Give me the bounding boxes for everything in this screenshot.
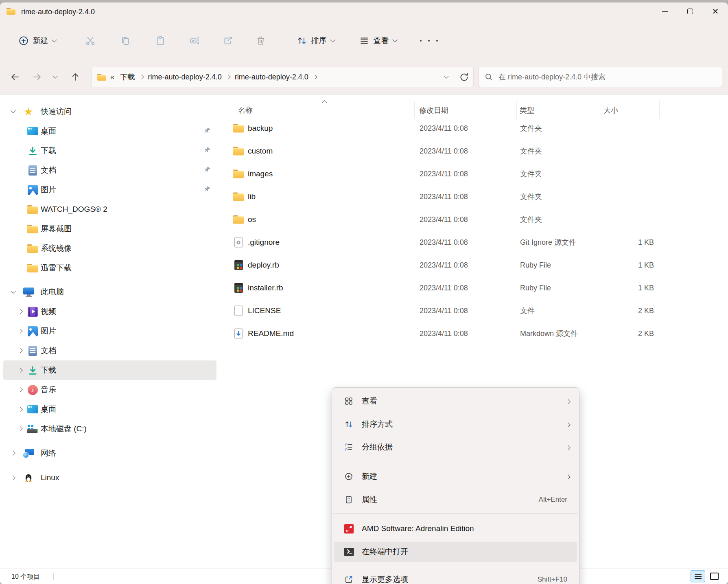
address-dropdown-button[interactable] [437,68,455,86]
sidebar-item-label: 文档 [41,165,56,176]
menu-item-view[interactable]: 查看 [334,391,577,411]
file-row-os[interactable]: os 2023/4/11 0:08 文件夹 [220,209,724,230]
column-header-date[interactable]: 修改日期 [419,105,448,115]
more-options-button[interactable] [418,29,439,53]
sidebar-item-quick-access[interactable]: ★ 快速访问 [3,102,216,121]
minimize-button[interactable] [652,2,678,20]
sidebar-item-downloads-pc[interactable]: 下载 [3,360,216,380]
menu-item-new[interactable]: 新建 [334,466,577,487]
cut-button[interactable] [77,29,103,53]
folder-icon [233,193,244,201]
desktop-icon [27,405,38,413]
menu-item-open-in-terminal[interactable]: 在终端中打开 [334,542,577,562]
delete-button[interactable] [248,29,274,53]
breadcrumb-chevron[interactable] [227,75,230,79]
chevron-down-icon [52,37,57,42]
breadcrumb-bar[interactable]: « 下载 rime-auto-deploy-2.4.0 rime-auto-de… [91,67,474,87]
paste-button[interactable] [147,29,173,53]
menu-item-show-more-options[interactable]: 显示更多选项 Shift+F10 [334,569,577,584]
file-row-license[interactable]: LICENSE 2023/4/11 0:08 文件 2 KB [220,300,724,321]
refresh-button[interactable] [455,68,473,86]
forward-button[interactable] [28,68,46,86]
terminal-icon [344,548,354,556]
chevron-right-icon [11,451,15,455]
file-row-deploy-rb[interactable]: deploy.rb 2023/4/11 0:08 Ruby File 1 KB [220,255,724,276]
close-button[interactable]: ✕ [703,2,728,20]
file-row-gitignore[interactable]: .gitignore 2023/4/11 0:08 Git Ignore 源文件… [220,232,724,253]
star-icon: ★ [21,106,36,117]
search-box[interactable] [479,67,722,87]
up-button[interactable] [66,68,84,86]
menu-item-sort-by[interactable]: 排序方式 [334,414,577,435]
sidebar-item-desktop-pc[interactable]: 桌面 [3,400,216,419]
sidebar-item-linux[interactable]: Linux [3,468,216,487]
sidebar-item-screenshots[interactable]: 屏幕截图 [3,219,216,239]
large-icons-view-button[interactable] [707,570,721,582]
sidebar-item-pictures-pc[interactable]: 图片 [3,321,216,341]
file-row-lib[interactable]: lib 2023/4/11 0:08 文件夹 [220,186,724,207]
column-divider[interactable] [659,101,660,119]
breadcrumb-folder-2[interactable]: rime-auto-deploy-2.4.0 [232,71,311,83]
column-divider[interactable] [601,101,601,119]
file-row-backup[interactable]: backup 2023/4/11 0:08 文件夹 [220,118,724,139]
sidebar-item-desktop[interactable]: 桌面 [3,121,216,141]
column-header-name[interactable]: 名称 [238,105,253,115]
sidebar-item-local-disk-c[interactable]: 本地磁盘 (C:) [3,419,216,439]
sidebar-item-documents[interactable]: 文档 [3,160,216,180]
menu-separator [333,567,578,567]
back-button[interactable] [6,68,24,86]
sidebar-item-label: 此电脑 [41,287,64,297]
menu-item-properties[interactable]: 属性 Alt+Enter [334,490,577,510]
file-row-images[interactable]: images 2023/4/11 0:08 文件夹 [220,163,724,184]
sidebar-item-music[interactable]: ♪ 音乐 [3,380,216,400]
sidebar-item-pictures[interactable]: 图片 [3,180,216,200]
maximize-button[interactable] [678,2,703,20]
file-row-installer-rb[interactable]: installer.rb 2023/4/11 0:08 Ruby File 1 … [220,277,724,299]
sidebar-item-this-pc[interactable]: 此电脑 [3,282,216,302]
search-input[interactable] [498,72,716,82]
sidebar-item-thunder-downloads[interactable]: 迅雷下载 [3,258,216,278]
folder-icon [233,170,244,178]
column-header-size[interactable]: 大小 [603,105,618,115]
sort-button[interactable]: 排序 [287,29,343,53]
up-arrow-icon [70,72,80,82]
items-count: 10 个项目 [11,573,40,581]
sidebar-item-system-images[interactable]: 系统镜像 [3,239,216,258]
ruby-file-icon [234,260,243,270]
file-name: .gitignore [248,238,280,247]
rename-button[interactable] [181,29,208,53]
collapsed-crumbs[interactable]: « [110,72,115,81]
share-button[interactable] [215,29,241,53]
menu-item-group-by[interactable]: 分组依据 [334,437,577,457]
breadcrumb-chevron[interactable] [313,75,317,79]
column-header-type[interactable]: 类型 [520,105,534,115]
recent-locations-button[interactable] [47,68,63,86]
column-divider[interactable] [516,101,517,119]
file-name: lib [248,192,256,201]
file-date: 2023/4/11 0:08 [420,193,468,201]
breadcrumb-downloads[interactable]: 下载 [118,70,138,83]
breadcrumb-folder-1[interactable]: rime-auto-deploy-2.4.0 [146,71,224,83]
sidebar-item-watch-dogs[interactable]: WATCH_DOGS® 2 [3,200,216,219]
copy-button[interactable] [112,29,138,53]
breadcrumb-chevron[interactable] [140,75,143,79]
file-size: 1 KB [602,238,654,247]
sidebar-item-label: 图片 [41,184,56,195]
new-button[interactable]: 新建 [10,29,64,53]
chevron-right-icon [18,368,22,372]
sidebar-item-documents-pc[interactable]: 文档 [3,341,216,360]
folder-icon [27,244,38,253]
file-row-custom[interactable]: custom 2023/4/11 0:08 文件夹 [220,141,724,162]
file-name: custom [248,147,273,156]
column-divider[interactable] [414,101,415,119]
sidebar-item-downloads[interactable]: 下载 [3,141,216,160]
sidebar-item-label: 下载 [41,365,56,375]
details-view-button[interactable] [691,570,705,582]
sidebar-item-network[interactable]: 网络 [3,443,216,463]
view-button[interactable]: 查看 [350,29,405,53]
menu-item-amd-software[interactable]: AMD Software: Adrenalin Edition [334,518,577,539]
sidebar-item-videos[interactable]: 视频 [3,302,216,321]
menu-shortcut: Shift+F10 [538,575,567,584]
new-plus-icon [344,472,353,481]
file-row-readme-md[interactable]: README.md 2023/4/11 0:08 Markdown 源文件 2 … [220,323,724,344]
